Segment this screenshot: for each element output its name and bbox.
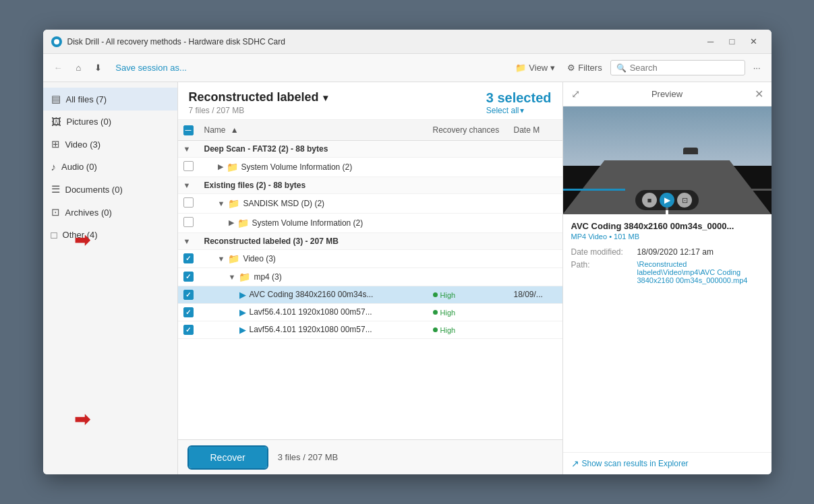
all-files-icon: ▤ bbox=[51, 93, 61, 105]
name-cell-file1: ▶ AVC Coding 3840x2160 00m34s... bbox=[199, 286, 428, 303]
back-button[interactable]: ← bbox=[50, 60, 67, 75]
expand-arrow-mp4[interactable]: ▼ bbox=[229, 273, 236, 281]
file-checkbox[interactable] bbox=[183, 217, 194, 227]
frame-button[interactable]: ⊡ bbox=[677, 193, 692, 208]
sidebar-item-all-files[interactable]: ▤ All files (7) bbox=[43, 88, 177, 111]
video-controls: ■ ▶ ⊡ bbox=[635, 190, 699, 210]
filters-button[interactable]: ⚙ Filters bbox=[563, 60, 606, 75]
header-checkbox-col bbox=[178, 120, 199, 140]
more-button[interactable]: ··· bbox=[749, 60, 765, 75]
save-session-button[interactable]: Save session as... bbox=[111, 60, 191, 75]
group-label-reconstructed: Reconstructed labeled (3) - 207 MB bbox=[199, 232, 562, 249]
titlebar: Disk Drill - All recovery methods - Hard… bbox=[43, 30, 772, 54]
content-title-text: Reconstructed labeled bbox=[189, 90, 319, 104]
date-cell-file3 bbox=[508, 321, 562, 338]
expand-arrow[interactable]: ▶ bbox=[218, 162, 223, 171]
play-button[interactable]: ▶ bbox=[660, 193, 674, 208]
video-file-icon-3: ▶ bbox=[239, 325, 246, 335]
checkbox-cell[interactable] bbox=[178, 249, 199, 267]
view-button[interactable]: 📁 View ▾ bbox=[511, 60, 559, 75]
content-title-area: Reconstructed labeled ▾ 7 files / 207 MB bbox=[189, 90, 328, 115]
expand-arrow-sys[interactable]: ▶ bbox=[229, 218, 234, 227]
sidebar-item-pictures[interactable]: 🖼 Pictures (0) bbox=[43, 111, 177, 133]
sidebar-item-video[interactable]: ⊞ Video (3) bbox=[43, 133, 177, 156]
file-checkbox[interactable] bbox=[183, 197, 194, 208]
sidebar-item-documents[interactable]: ☰ Documents (0) bbox=[43, 178, 177, 201]
name-cell: ▼ 📁 Video (3) bbox=[199, 249, 428, 267]
name-cell: ▼ 📁 SANDISK MSD (D) (2) bbox=[199, 193, 428, 213]
sidebar-item-archives[interactable]: ⊡ Archives (0) bbox=[43, 201, 177, 224]
select-all-chevron: ▾ bbox=[520, 106, 524, 115]
preview-panel: ⤢ Preview ✕ ■ bbox=[562, 82, 772, 474]
table-row-file2[interactable]: ▶ Lavf56.4.101 1920x1080 00m57... High bbox=[178, 303, 562, 321]
checkbox-cell-file3[interactable] bbox=[178, 321, 199, 338]
expand-preview-button[interactable]: ⤢ bbox=[571, 88, 580, 100]
header-checkbox[interactable] bbox=[183, 125, 194, 135]
expand-arrow-deep-scan: ▼ bbox=[183, 145, 191, 153]
select-all-label: Select all bbox=[486, 106, 519, 115]
close-preview-button[interactable]: ✕ bbox=[755, 88, 763, 100]
maximize-button[interactable]: □ bbox=[723, 34, 742, 49]
video-file-icon: ▶ bbox=[239, 290, 246, 300]
file-checkbox[interactable] bbox=[183, 161, 194, 171]
table-row-file3[interactable]: ▶ Lavf56.4.101 1920x1080 00m57... High bbox=[178, 321, 562, 338]
home-button[interactable]: ⌂ bbox=[72, 60, 86, 75]
content-subtitle: 7 files / 207 MB bbox=[189, 106, 328, 115]
checkbox-cell[interactable] bbox=[178, 267, 199, 286]
expand-arrow-video[interactable]: ▼ bbox=[218, 255, 225, 263]
svg-point-0 bbox=[54, 39, 59, 44]
sort-icon[interactable]: ▲ bbox=[231, 125, 239, 135]
selected-count: 3 selected bbox=[486, 90, 552, 106]
search-input[interactable] bbox=[630, 63, 739, 73]
progress-fill bbox=[563, 189, 626, 191]
download-button[interactable]: ⬇ bbox=[90, 60, 106, 75]
group-expand-existing[interactable]: ▼ bbox=[178, 177, 199, 193]
show-scan-button[interactable]: ↗ Show scan results in Explorer bbox=[571, 458, 689, 469]
table-row-file1[interactable]: ▶ AVC Coding 3840x2160 00m34s... High bbox=[178, 286, 562, 303]
expand-arrow-sandisk[interactable]: ▼ bbox=[218, 199, 225, 208]
group-expand-reconstructed[interactable]: ▼ bbox=[178, 232, 199, 249]
recovery-badge-3: High bbox=[433, 326, 456, 334]
dropdown-chevron[interactable]: ▾ bbox=[323, 92, 328, 103]
file-checkbox-file1[interactable] bbox=[183, 290, 194, 300]
app-icon bbox=[51, 36, 62, 47]
folder-icon: 📁 bbox=[227, 162, 238, 172]
header-recovery: Recovery chances bbox=[428, 120, 508, 140]
recovery-label-2: High bbox=[440, 309, 456, 317]
recover-button[interactable]: Recover bbox=[189, 447, 267, 468]
minimize-button[interactable]: ─ bbox=[701, 34, 720, 49]
file-checkbox-video[interactable] bbox=[183, 253, 194, 263]
sidebar-item-other[interactable]: □ Other (4) bbox=[43, 224, 177, 246]
external-link-icon: ↗ bbox=[571, 458, 579, 469]
select-all-button[interactable]: Select all ▾ bbox=[486, 106, 525, 115]
file-checkbox-mp4[interactable] bbox=[183, 272, 194, 282]
checkbox-cell[interactable] bbox=[178, 157, 199, 177]
file-checkbox-file3[interactable] bbox=[183, 325, 194, 335]
file-checkbox-file2[interactable] bbox=[183, 307, 194, 317]
recovery-cell bbox=[428, 267, 508, 286]
preview-meta: Date modified: 18/09/2020 12:17 am Path:… bbox=[571, 247, 763, 284]
checkbox-cell-file2[interactable] bbox=[178, 303, 199, 321]
meta-row-path: Path: \Reconstructed labeled\Video\mp4\A… bbox=[571, 260, 763, 284]
date-cell-file1: 18/09/... bbox=[508, 286, 562, 303]
checkbox-cell[interactable] bbox=[178, 193, 199, 213]
high-dot-3 bbox=[433, 327, 438, 332]
group-expand-deep-scan[interactable]: ▼ bbox=[178, 140, 199, 157]
stop-button[interactable]: ■ bbox=[642, 193, 657, 208]
checkbox-cell[interactable] bbox=[178, 213, 199, 232]
close-button[interactable]: ✕ bbox=[745, 34, 763, 49]
table-row: ▼ 📁 SANDISK MSD (D) (2) bbox=[178, 193, 562, 213]
recovery-cell-file2: High bbox=[428, 303, 508, 321]
header-date: Date M bbox=[508, 120, 562, 140]
recovery-cell bbox=[428, 157, 508, 177]
window-title: Disk Drill - All recovery methods - Hard… bbox=[67, 37, 701, 46]
group-deep-scan: ▼ Deep Scan - FAT32 (2) - 88 bytes bbox=[178, 140, 562, 157]
back-icon: ← bbox=[54, 63, 63, 73]
content-area: Reconstructed labeled ▾ 7 files / 207 MB… bbox=[178, 82, 562, 474]
date-cell bbox=[508, 267, 562, 286]
name-cell: ▶ 📁 System Volume Information (2) bbox=[199, 157, 428, 177]
sidebar-item-audio[interactable]: ♪ Audio (0) bbox=[43, 156, 177, 178]
name-cell: ▼ 📁 mp4 (3) bbox=[199, 267, 428, 286]
checkbox-cell-file1[interactable] bbox=[178, 286, 199, 303]
high-dot-2 bbox=[433, 310, 438, 315]
